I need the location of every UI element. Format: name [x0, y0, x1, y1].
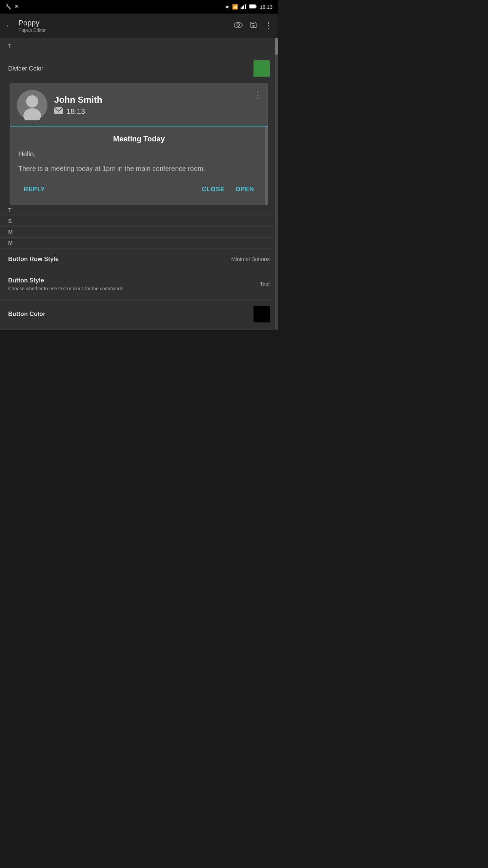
svg-point-9	[26, 95, 38, 107]
button-color-swatch[interactable]	[253, 306, 270, 322]
button-color-left: Button Color	[8, 311, 253, 318]
divider-color-swatch[interactable]	[253, 60, 270, 77]
settings-row-button-color[interactable]: Button Color	[0, 299, 278, 330]
app-bar: ← Poppy Popup Editor ⋮	[0, 14, 278, 38]
settings-section-below: T S M M Button Row Style Minimal Buttons…	[0, 205, 278, 330]
scrollbar-thumb[interactable]	[275, 38, 278, 55]
popup-greeting: Hello,	[18, 150, 260, 158]
button-row-style-left: Button Row Style	[8, 256, 231, 263]
settings-label-partial: T	[8, 43, 11, 49]
gmail-icon: ✉	[15, 4, 19, 9]
button-style-left: Button Style Choose whether to use text …	[8, 277, 260, 292]
popup-sender-name: John Smith	[54, 95, 261, 105]
svg-rect-3	[245, 4, 246, 9]
popup-menu-dots[interactable]: ⋮	[253, 90, 262, 100]
save-icon[interactable]	[249, 21, 258, 31]
popup-header-info: John Smith 18:13	[54, 95, 261, 116]
divider-color-label: Divider Color	[8, 65, 43, 72]
wifi-icon: 📶	[232, 4, 238, 9]
status-time: 18:13	[260, 4, 272, 10]
button-style-label: Button Style	[8, 277, 255, 284]
mail-icon	[54, 107, 63, 116]
popup-actions: REPLY CLOSE OPEN	[18, 183, 260, 198]
settings-row-button-row-style[interactable]: Button Row Style Minimal Buttons	[0, 249, 278, 270]
svg-rect-1	[242, 6, 243, 9]
signal-icon	[241, 4, 247, 10]
button-row-style-value: Minimal Buttons	[231, 256, 270, 262]
preview-icon[interactable]	[234, 21, 243, 30]
status-bar-right: ★ 📶 18:13	[225, 4, 272, 10]
bluetooth-icon: ★	[225, 4, 229, 9]
battery-icon	[249, 4, 257, 9]
wrench-icon: 🔧	[5, 4, 11, 9]
popup-subject: Meeting Today	[18, 135, 260, 143]
button-style-value: Text	[260, 281, 270, 288]
app-title-main: Poppy	[18, 19, 228, 27]
overflow-menu-icon[interactable]: ⋮	[264, 21, 272, 31]
close-button[interactable]: CLOSE	[197, 183, 230, 196]
popup-message: There is a meeting today at 1pm in the m…	[18, 163, 260, 174]
scrollbar-track[interactable]	[275, 38, 278, 330]
settings-item-divider-color[interactable]: Divider Color	[0, 54, 278, 83]
app-bar-actions: ⋮	[234, 21, 272, 31]
popup-body: Meeting Today Hello, There is a meeting …	[10, 126, 268, 205]
avatar	[17, 90, 47, 120]
settings-row-partial-4: M	[0, 238, 278, 249]
popup-time-row: 18:13	[54, 107, 261, 116]
svg-rect-2	[243, 5, 244, 9]
popup-header: John Smith 18:13 ⋮	[10, 83, 268, 126]
status-bar: 🔧 ✉ ★ 📶 18:13	[0, 0, 278, 14]
popup-overlay: John Smith 18:13 ⋮ Meeting T	[0, 83, 278, 205]
partial-label-2: S	[8, 218, 12, 224]
settings-item-partial-top: T	[0, 38, 278, 54]
status-bar-left: 🔧 ✉	[5, 4, 19, 9]
svg-rect-0	[241, 7, 242, 9]
settings-row-partial-3: M	[0, 227, 278, 238]
bg-content: T Divider Color	[0, 38, 278, 330]
popup-time: 18:13	[66, 107, 85, 116]
svg-point-7	[237, 24, 240, 26]
svg-point-6	[234, 22, 242, 28]
button-style-desc: Choose whether to use text or icons for …	[8, 285, 255, 292]
back-button[interactable]: ←	[5, 21, 13, 30]
open-button[interactable]: OPEN	[230, 183, 260, 196]
button-row-style-label: Button Row Style	[8, 256, 226, 263]
app-title-sub: Popup Editor	[18, 27, 228, 33]
svg-rect-5	[256, 6, 257, 7]
popup-card: John Smith 18:13 ⋮ Meeting T	[10, 83, 268, 205]
button-color-label: Button Color	[8, 311, 248, 318]
app-bar-title: Poppy Popup Editor	[18, 19, 228, 33]
svg-rect-4	[249, 5, 256, 8]
settings-row-partial-1: T	[0, 205, 278, 216]
partial-label-4: M	[8, 240, 13, 246]
settings-row-button-style[interactable]: Button Style Choose whether to use text …	[0, 270, 278, 299]
settings-row-partial-2: S	[0, 216, 278, 227]
partial-label-1: T	[8, 208, 12, 214]
reply-button[interactable]: REPLY	[18, 183, 50, 196]
partial-label-3: M	[8, 229, 13, 235]
